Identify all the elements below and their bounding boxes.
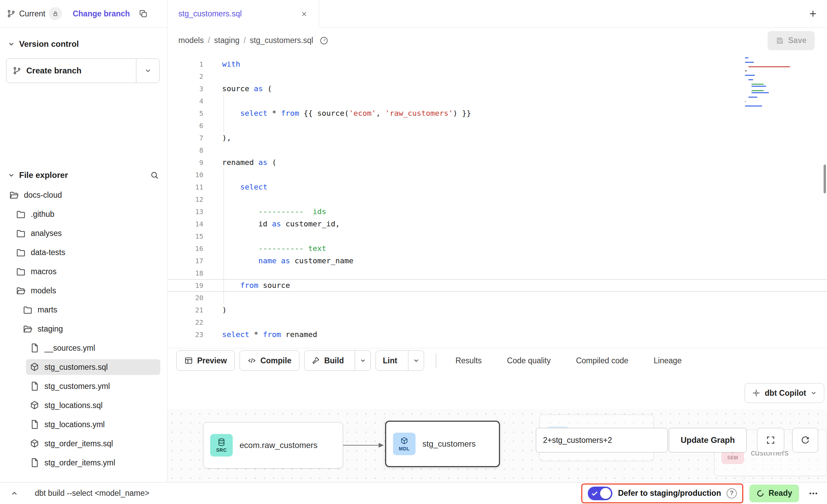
file-tree-item[interactable]: marts [0,300,167,319]
file-tree-item[interactable]: .github [0,205,167,224]
lineage-selector-input[interactable] [536,428,668,452]
file-icon [29,458,40,468]
code-line[interactable]: 17 name as customer_name [167,255,827,267]
file-tree-item[interactable]: analyses [0,224,167,243]
code-editor[interactable]: 1with23source as (45 select * from {{ so… [167,53,827,348]
database-icon [217,438,226,447]
model-icon [29,362,40,372]
preview-button[interactable]: Preview [176,350,235,371]
compile-button[interactable]: Compile [240,350,299,371]
defer-label: Defer to staging/production [618,489,721,498]
code-line[interactable]: 19 from source [167,279,827,292]
create-branch-button[interactable]: Create branch [6,58,160,83]
code-line[interactable]: 4 [167,95,827,107]
tab-code-quality[interactable]: Code quality [506,348,552,373]
breadcrumb-item[interactable]: models [178,36,204,45]
defer-toggle[interactable] [588,487,612,500]
tab-title: stg_customers.sql [178,9,242,18]
file-tree-item[interactable]: stg_order_items.yml [0,453,167,472]
update-graph-button[interactable]: Update Graph [669,428,747,452]
version-control-title: Version control [19,39,79,49]
code-line[interactable]: 11 select [167,181,827,193]
code-line[interactable]: 14 id as customer_id, [167,218,827,230]
chevron-up-icon[interactable] [10,489,18,498]
code-line[interactable]: 7), [167,132,827,144]
code-line[interactable]: 10 [167,169,827,181]
gauge-icon [319,36,329,45]
editor-scrollbar[interactable] [824,165,826,193]
file-tree-item[interactable]: stg_locations.sql [0,396,167,415]
change-branch-link[interactable]: Change branch [73,9,130,18]
lineage-panel[interactable]: MDL customers SEM customers SRC [167,409,827,482]
help-icon[interactable]: ? [727,488,737,499]
tab-compiled-code[interactable]: Compiled code [574,348,629,373]
file-tree-item[interactable]: docs-cloud [0,185,167,205]
tab-lineage[interactable]: Lineage [652,348,683,373]
build-dropdown[interactable] [355,351,370,370]
lineage-node-stg-customers[interactable]: MDL stg_customers [385,421,500,467]
folder-icon [16,266,26,277]
dbt-copilot-button[interactable]: dbt Copilot [745,383,824,403]
file-tree-item[interactable]: stg_locations.yml [0,415,167,434]
file-tree-item[interactable]: staging [0,319,167,338]
file-tree-item[interactable]: __sources.yml [0,338,167,358]
breadcrumb-item[interactable]: staging [214,36,240,45]
code-line[interactable]: 15 [167,230,827,242]
new-tab-icon[interactable] [808,9,818,19]
file-tree-item[interactable]: stg_customers.sql [0,358,167,377]
save-button[interactable]: Save [768,31,815,50]
file-tree-item[interactable]: stg_order_items.sql [0,434,167,453]
code-line[interactable]: 2 [167,70,827,83]
fullscreen-button[interactable] [757,428,784,452]
code-line[interactable]: 23select * from renamed [167,328,827,341]
file-explorer-header[interactable]: File explorer [0,164,167,180]
close-tab-icon[interactable] [300,10,308,18]
code-line[interactable]: 1with [167,58,827,70]
copy-icon[interactable] [139,9,148,18]
file-explorer-title: File explorer [19,170,68,180]
refresh-button[interactable] [792,428,818,452]
file-tree-item[interactable]: macros [0,262,167,281]
code-line[interactable]: 6 [167,120,827,132]
breadcrumb-item[interactable]: stg_customers.sql [250,36,313,45]
badge-label: SRC [216,447,227,453]
tab-results[interactable]: Results [454,348,483,373]
line-number: 5 [167,107,203,120]
version-control-header[interactable]: Version control [0,28,167,49]
code-line[interactable]: 20 [167,292,827,304]
editor-tab-stg-customers[interactable]: stg_customers.sql [167,0,319,28]
create-branch-dropdown[interactable] [136,59,159,83]
lineage-node-source[interactable]: SRC ecom.raw_customers [203,422,343,468]
build-button[interactable]: Build [304,351,351,370]
code-line[interactable]: 18 [167,267,827,279]
code-line[interactable]: 12 [167,193,827,206]
code-line[interactable]: 16 ---------- text [167,242,827,255]
code-line[interactable]: 22 [167,316,827,328]
code-line[interactable]: 13 ---------- ids [167,206,827,218]
build-label: Build [324,356,344,365]
file-tree-item[interactable]: stg_customers.yml [0,377,167,396]
line-number: 16 [167,242,203,255]
file-name: analyses [31,229,62,238]
search-icon[interactable] [150,171,159,180]
lint-button[interactable]: Lint [376,351,404,370]
file-tree-item[interactable]: models [0,281,167,300]
indent-guide [223,95,224,132]
create-branch-main[interactable]: Create branch [6,59,136,83]
model-icon [29,438,40,449]
git-branch-icon [7,9,16,18]
line-number: 2 [167,70,203,83]
dbt-copilot-icon [752,389,761,397]
code-line[interactable]: 3source as ( [167,83,827,95]
more-options-icon[interactable] [804,485,822,502]
minimap[interactable] [745,57,793,108]
file-name: staging [38,324,63,334]
code-line[interactable]: 9renamed as ( [167,156,827,169]
code-line[interactable]: 21) [167,304,827,316]
code-line[interactable]: 5 select * from {{ source('ecom', 'raw_c… [167,107,827,120]
build-split-button: Build [304,350,371,371]
lint-dropdown[interactable] [408,351,424,370]
code-line[interactable]: 8 [167,144,827,156]
top-bar: Current Change branch stg_customers.sql [0,0,827,28]
file-tree-item[interactable]: data-tests [0,243,167,262]
